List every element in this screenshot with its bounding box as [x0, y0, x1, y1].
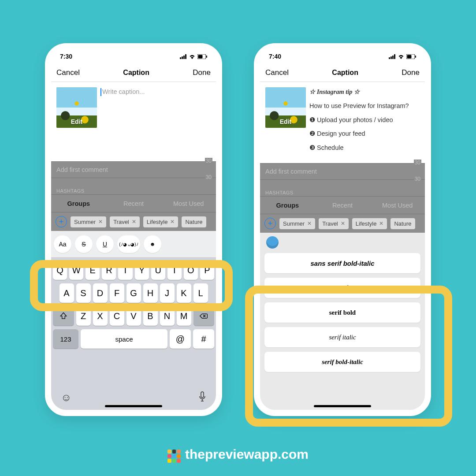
- caption-placeholder: Write caption...: [102, 88, 145, 95]
- font-picker: sans serif bold-italicserifserif boldser…: [260, 233, 425, 410]
- space-key[interactable]: space: [81, 329, 167, 349]
- font-style-button[interactable]: Aa: [54, 235, 71, 253]
- key-f[interactable]: F: [110, 283, 124, 303]
- key-g[interactable]: G: [126, 283, 141, 303]
- comment-char-count: 30: [205, 174, 212, 180]
- tag-summer[interactable]: Summer✕: [279, 218, 315, 229]
- tag-travel[interactable]: Travel✕: [110, 216, 140, 227]
- tab-groups[interactable]: Groups: [51, 200, 106, 207]
- keyboard[interactable]: QWERTYUIOP ASDFGHJKL ZXCVBNM 123 space @…: [51, 258, 216, 388]
- caption-area: Edit Write caption...: [51, 82, 216, 161]
- key-x[interactable]: X: [93, 306, 108, 326]
- close-icon[interactable]: ✕: [170, 219, 175, 225]
- close-icon[interactable]: ✕: [307, 220, 312, 227]
- hashtag-tabs: Groups Recent Most Used: [260, 196, 425, 214]
- text-cursor: [100, 88, 101, 96]
- shift-key[interactable]: [53, 306, 74, 326]
- caption-question: How to use Preview for Instagram?: [309, 101, 420, 111]
- tags-row: + Summer✕ Travel✕ Lifestyle✕ Nature: [260, 214, 425, 233]
- key-c[interactable]: C: [110, 306, 124, 326]
- font-option-fo-serif-bi[interactable]: serif bold-italic: [264, 352, 420, 372]
- tag-lifestyle[interactable]: Lifestyle✕: [143, 216, 178, 227]
- close-icon[interactable]: ✕: [341, 220, 345, 227]
- kaomoji-button[interactable]: (ﾉ◕ ᴗ◕)ﾉ: [117, 235, 140, 253]
- caption-input[interactable]: Write caption...: [100, 87, 211, 156]
- tag-nature[interactable]: Nature: [182, 216, 206, 227]
- first-comment-placeholder: Add first comment: [56, 166, 108, 173]
- emoji-button[interactable]: ☻: [144, 235, 161, 253]
- key-e[interactable]: E: [86, 260, 100, 280]
- first-comment-input[interactable]: 30 Add first comment: [260, 163, 425, 179]
- key-r[interactable]: R: [102, 260, 116, 280]
- key-z[interactable]: Z: [76, 306, 91, 326]
- key-v[interactable]: V: [126, 306, 141, 326]
- tab-most-used[interactable]: Most Used: [370, 202, 425, 209]
- dictation-icon[interactable]: [198, 391, 206, 404]
- key-t[interactable]: T: [118, 260, 132, 280]
- status-icons: [389, 54, 416, 59]
- done-button[interactable]: Done: [402, 68, 420, 77]
- post-thumbnail[interactable]: Edit: [265, 87, 306, 128]
- font-option-fo-serif-i[interactable]: serif italic: [264, 327, 420, 347]
- tab-recent[interactable]: Recent: [315, 202, 370, 209]
- close-icon[interactable]: ✕: [98, 219, 103, 225]
- font-option-fo-sans-bi[interactable]: sans serif bold-italic: [264, 253, 420, 273]
- key-m[interactable]: M: [177, 306, 191, 326]
- hash-key[interactable]: #: [193, 329, 214, 349]
- key-s[interactable]: S: [76, 283, 91, 303]
- tab-recent[interactable]: Recent: [106, 200, 161, 207]
- tag-lifestyle[interactable]: Lifestyle✕: [352, 218, 387, 229]
- key-h[interactable]: H: [143, 283, 158, 303]
- key-w[interactable]: W: [69, 260, 83, 280]
- strikethrough-button[interactable]: S: [75, 235, 93, 253]
- key-b[interactable]: B: [143, 306, 158, 326]
- add-tag-button[interactable]: +: [56, 216, 67, 227]
- key-p[interactable]: P: [200, 260, 214, 280]
- caption-step-3: ❸ Schedule: [309, 143, 420, 153]
- key-j[interactable]: J: [160, 283, 175, 303]
- key-d[interactable]: D: [93, 283, 108, 303]
- close-icon[interactable]: ✕: [132, 219, 136, 225]
- key-l[interactable]: L: [193, 283, 208, 303]
- underline-button[interactable]: U: [96, 235, 114, 253]
- add-tag-button[interactable]: +: [264, 218, 276, 229]
- key-i[interactable]: I: [167, 260, 182, 280]
- tag-nature[interactable]: Nature: [390, 218, 415, 229]
- first-comment-input[interactable]: 30 Add first comment: [51, 161, 216, 178]
- tag-travel[interactable]: Travel✕: [319, 218, 349, 229]
- phone-right: 7:40 Cancel Caption Done Edit ☆ Instagra…: [254, 43, 431, 416]
- status-bar: 7:40: [260, 49, 425, 63]
- tag-summer[interactable]: Summer✕: [71, 216, 106, 227]
- key-n[interactable]: N: [160, 306, 175, 326]
- cancel-button[interactable]: Cancel: [56, 68, 80, 77]
- hashtags-heading: HASHTAGS: [260, 187, 425, 196]
- numbers-key[interactable]: 123: [53, 329, 78, 349]
- backspace-key[interactable]: [193, 306, 215, 326]
- key-k[interactable]: K: [177, 283, 191, 303]
- tab-most-used[interactable]: Most Used: [161, 200, 216, 207]
- font-toolbar: Aa S U (ﾉ◕ ᴗ◕)ﾉ ☻: [51, 231, 216, 258]
- post-thumbnail[interactable]: Edit: [56, 87, 97, 128]
- emoji-keyboard-icon[interactable]: ☺: [61, 391, 72, 404]
- key-a[interactable]: A: [60, 283, 74, 303]
- svg-rect-9: [390, 56, 392, 59]
- caption-input[interactable]: ☆ Instagram tip ☆ How to use Preview for…: [309, 87, 420, 158]
- key-o[interactable]: O: [184, 260, 198, 280]
- key-u[interactable]: U: [151, 260, 165, 280]
- close-icon[interactable]: ✕: [379, 220, 383, 227]
- at-key[interactable]: @: [170, 329, 191, 349]
- nav-title: Caption: [123, 69, 149, 77]
- font-option-fo-serif-b[interactable]: serif bold: [264, 302, 420, 323]
- font-option-fo-serif[interactable]: serif: [264, 278, 420, 298]
- key-q[interactable]: Q: [53, 260, 67, 280]
- cancel-button[interactable]: Cancel: [265, 68, 289, 77]
- thumb-edit-label: Edit: [265, 118, 306, 125]
- svg-rect-6: [206, 56, 207, 58]
- caption-area: Edit ☆ Instagram tip ☆ How to use Previe…: [260, 82, 425, 163]
- key-y[interactable]: Y: [135, 260, 149, 280]
- done-button[interactable]: Done: [193, 68, 211, 77]
- svg-rect-5: [198, 55, 203, 58]
- signal-icon: [389, 54, 396, 59]
- tab-groups[interactable]: Groups: [260, 202, 315, 209]
- svg-rect-3: [185, 54, 186, 59]
